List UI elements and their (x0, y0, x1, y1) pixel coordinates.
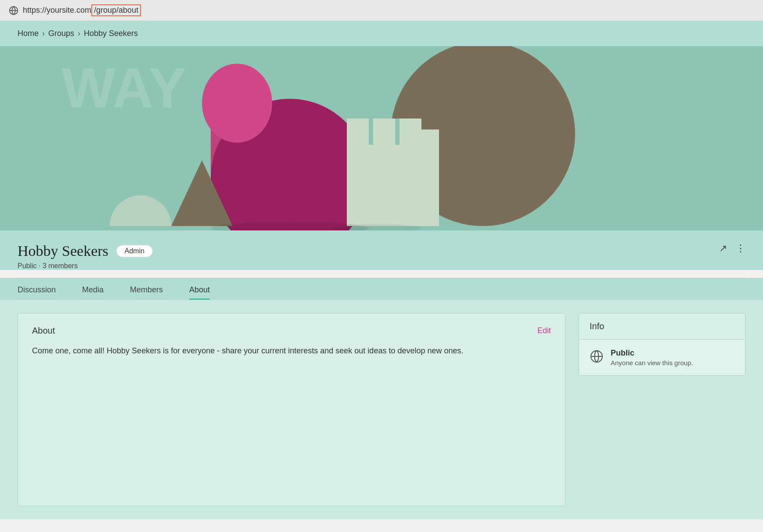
tabs-bar: Discussion Media Members About (0, 278, 763, 300)
about-card-body: Come one, come all! Hobby Seekers is for… (32, 345, 551, 357)
visibility-title: Public (611, 349, 693, 358)
svg-rect-9 (347, 119, 369, 145)
admin-badge: Admin (116, 245, 153, 257)
visibility-sub: Anyone can view this group. (611, 359, 693, 367)
info-card-header: Info (579, 313, 745, 339)
globe-icon (9, 6, 18, 15)
group-title: Hobby Seekers (18, 243, 108, 259)
url-bar[interactable]: https://yoursite.com/group/about (23, 4, 141, 16)
browser-bar: https://yoursite.com/group/about (0, 0, 763, 21)
svg-rect-11 (399, 119, 421, 145)
breadcrumb-sep-1: › (42, 29, 45, 38)
breadcrumb-home[interactable]: Home (18, 29, 39, 38)
svg-rect-12 (369, 119, 373, 145)
breadcrumb-sep-2: › (78, 29, 80, 38)
about-card: About Edit Come one, come all! Hobby See… (18, 313, 565, 506)
svg-point-7 (202, 64, 272, 143)
hero-banner: WAY (0, 46, 763, 230)
tab-media[interactable]: Media (82, 278, 104, 300)
svg-rect-13 (395, 119, 399, 145)
breadcrumb: Home › Groups › Hobby Seekers (0, 21, 763, 46)
info-card: Info Public Anyone can view this group. (579, 313, 745, 506)
url-highlight: /group/about (91, 4, 141, 16)
header-actions: ↗︎ ⋮ (719, 243, 745, 254)
public-icon (590, 349, 604, 363)
breadcrumb-groups[interactable]: Groups (48, 29, 74, 38)
tab-members[interactable]: Members (130, 278, 163, 300)
svg-rect-10 (373, 119, 395, 145)
tab-about[interactable]: About (189, 278, 210, 300)
group-title-row: Hobby Seekers Admin (18, 243, 745, 259)
more-options-icon[interactable]: ⋮ (736, 243, 745, 254)
main-content: About Edit Come one, come all! Hobby See… (0, 300, 763, 519)
group-header: Hobby Seekers Admin Public · 3 members ↗… (0, 230, 763, 270)
svg-text:WAY: WAY (61, 56, 186, 120)
about-card-header: About Edit (32, 326, 551, 336)
hero-illustration: WAY (0, 46, 763, 230)
breadcrumb-current: Hobby Seekers (84, 29, 138, 38)
edit-link[interactable]: Edit (537, 326, 551, 335)
info-text: Public Anyone can view this group. (611, 349, 693, 367)
about-card-title: About (32, 326, 55, 336)
group-meta: Public · 3 members (18, 262, 745, 270)
share-icon[interactable]: ↗︎ (719, 243, 727, 254)
tab-discussion[interactable]: Discussion (18, 278, 56, 300)
url-prefix: https://yoursite.com (23, 6, 91, 15)
info-card-body: Public Anyone can view this group. (579, 339, 745, 376)
